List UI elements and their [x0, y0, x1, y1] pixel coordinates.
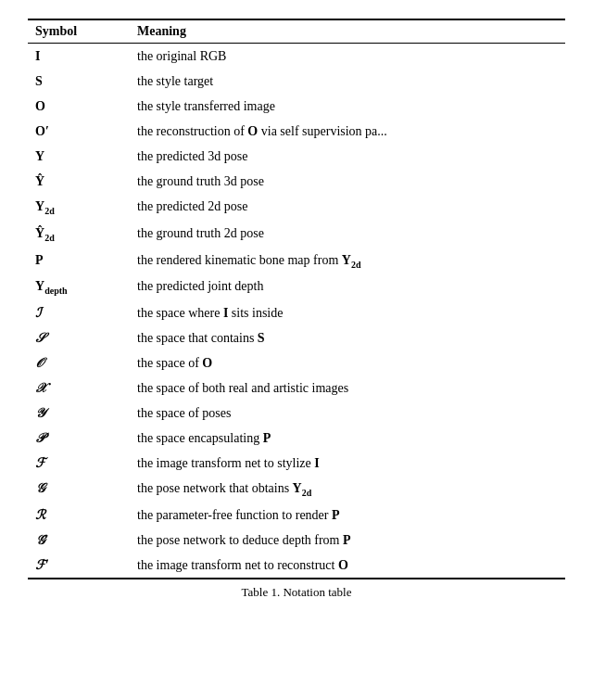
table-row: Ŷthe ground truth 3d pose — [28, 169, 565, 194]
meaning-cell: the space encapsulating P — [130, 426, 565, 451]
meaning-cell: the predicted 2d pose — [130, 194, 565, 221]
table-row: Pthe rendered kinematic bone map from Y2… — [28, 248, 565, 274]
meaning-cell: the rendered kinematic bone map from Y2d — [130, 248, 565, 274]
meaning-cell: the parameter-free function to render P — [130, 503, 565, 528]
symbol-cell: P — [28, 248, 130, 274]
table-row: Ythe predicted 3d pose — [28, 144, 565, 169]
table-row: Ydepththe predicted joint depth — [28, 274, 565, 300]
meaning-cell: the original RGB — [130, 44, 565, 70]
symbol-cell: 𝒢′ — [28, 528, 130, 553]
meaning-cell: the space that contains S — [130, 325, 565, 350]
symbol-cell: 𝒮 — [28, 325, 130, 350]
meaning-cell: the ground truth 3d pose — [130, 169, 565, 194]
table-row: ℛthe parameter-free function to render P — [28, 503, 565, 528]
symbol-cell: Ydepth — [28, 274, 130, 300]
table-row: 𝒪the space of O — [28, 350, 565, 375]
meaning-cell: the pose network to deduce depth from P — [130, 528, 565, 553]
meaning-cell: the image transform net to reconstruct O — [130, 553, 565, 579]
symbol-cell: 𝒳 — [28, 375, 130, 401]
notation-table: Symbol Meaning Ithe original RGBSthe sty… — [28, 19, 565, 579]
table-row: 𝒳the space of both real and artistic ima… — [28, 375, 565, 401]
table-row: ℱ′the image transform net to reconstruct… — [28, 553, 565, 579]
table-row: 𝒢the pose network that obtains Y2d — [28, 476, 565, 503]
meaning-cell: the predicted joint depth — [130, 274, 565, 300]
meaning-cell: the style target — [130, 69, 565, 94]
table-caption: Table 1. Notation table — [28, 585, 565, 600]
symbol-cell: Ŷ — [28, 169, 130, 194]
meaning-cell: the space of both real and artistic imag… — [130, 375, 565, 401]
meaning-cell: the space of poses — [130, 401, 565, 426]
meaning-cell: the pose network that obtains Y2d — [130, 476, 565, 503]
meaning-cell: the image transform net to stylize I — [130, 451, 565, 476]
symbol-cell: I — [28, 44, 130, 70]
meaning-cell: the reconstruction of O via self supervi… — [130, 119, 565, 144]
table-header-row: Symbol Meaning — [28, 19, 565, 44]
symbol-cell: ℛ — [28, 503, 130, 528]
table-row: Ithe original RGB — [28, 44, 565, 70]
table-row: 𝒮the space that contains S — [28, 325, 565, 350]
page-container: Symbol Meaning Ithe original RGBSthe sty… — [28, 19, 565, 600]
symbol-cell: 𝒪 — [28, 350, 130, 375]
symbol-cell: ℐ — [28, 300, 130, 325]
table-row: Othe style transferred image — [28, 94, 565, 119]
table-row: 𝒢′the pose network to deduce depth from … — [28, 528, 565, 553]
symbol-cell: 𝒢 — [28, 476, 130, 503]
table-row: ℱthe image transform net to stylize I — [28, 451, 565, 476]
meaning-cell: the ground truth 2d pose — [130, 221, 565, 248]
table-row: Sthe style target — [28, 69, 565, 94]
meaning-cell: the space where I sits inside — [130, 300, 565, 325]
symbol-cell: ℱ′ — [28, 553, 130, 579]
symbol-cell: S — [28, 69, 130, 94]
symbol-cell: Ŷ2d — [28, 221, 130, 248]
symbol-cell: O — [28, 94, 130, 119]
symbol-column-header: Symbol — [28, 19, 130, 44]
symbol-cell: 𝒫 — [28, 426, 130, 451]
table-row: O′the reconstruction of O via self super… — [28, 119, 565, 144]
meaning-cell: the predicted 3d pose — [130, 144, 565, 169]
symbol-cell: Y2d — [28, 194, 130, 221]
symbol-cell: Y — [28, 144, 130, 169]
table-row: 𝒴the space of poses — [28, 401, 565, 426]
table-row: Y2dthe predicted 2d pose — [28, 194, 565, 221]
meaning-column-header: Meaning — [130, 19, 565, 44]
symbol-cell: ℱ — [28, 451, 130, 476]
table-row: Ŷ2dthe ground truth 2d pose — [28, 221, 565, 248]
meaning-cell: the space of O — [130, 350, 565, 375]
symbol-cell: 𝒴 — [28, 401, 130, 426]
meaning-cell: the style transferred image — [130, 94, 565, 119]
table-row: 𝒫the space encapsulating P — [28, 426, 565, 451]
table-row: ℐthe space where I sits inside — [28, 300, 565, 325]
symbol-cell: O′ — [28, 119, 130, 144]
